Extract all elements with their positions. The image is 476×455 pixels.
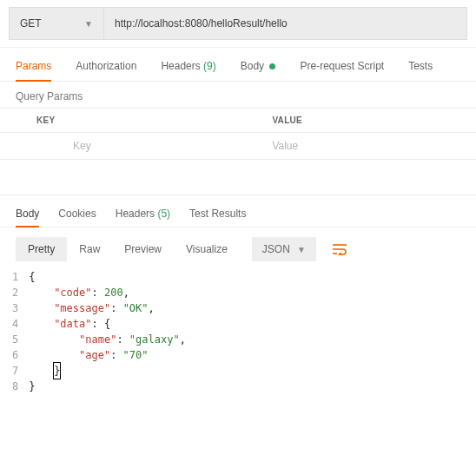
tab-params[interactable]: Params [16, 60, 51, 81]
tab-tests[interactable]: Tests [408, 60, 433, 81]
resp-headers-label: Headers [116, 208, 155, 220]
content-type-select[interactable]: JSON ▼ [252, 237, 316, 261]
code-line: "name": "galaxy", [29, 332, 186, 347]
resp-tab-cookies[interactable]: Cookies [58, 208, 96, 227]
table-row [0, 133, 476, 160]
code-lines: { "code": 200, "message": "OK", "data": … [29, 269, 186, 394]
code-line: "code": 200, [29, 285, 186, 300]
line-number: 2 [12, 285, 18, 300]
key-header: KEY [0, 109, 261, 132]
code-line: } [29, 379, 186, 394]
table-header: KEY VALUE [0, 109, 476, 133]
request-tabs: Params Authorization Headers (9) Body Pr… [0, 48, 476, 82]
resp-tab-testresults[interactable]: Test Results [189, 208, 246, 227]
line-number: 1 [12, 269, 18, 285]
resp-tab-body[interactable]: Body [16, 208, 39, 227]
line-number: 3 [12, 300, 18, 316]
body-dirty-dot-icon [269, 63, 275, 69]
tab-authorization[interactable]: Authorization [76, 60, 136, 81]
chevron-down-icon: ▼ [84, 19, 93, 29]
mode-pretty[interactable]: Pretty [16, 237, 67, 261]
wrap-icon [332, 243, 347, 255]
tab-prerequest[interactable]: Pre-request Script [300, 60, 384, 81]
line-number: 6 [12, 347, 18, 363]
mode-visualize[interactable]: Visualize [174, 237, 240, 261]
resp-headers-count: (5) [157, 208, 170, 220]
line-number: 8 [12, 379, 18, 394]
line-number: 4 [12, 316, 18, 332]
tab-headers[interactable]: Headers (9) [161, 60, 215, 81]
query-params-heading: Query Params [0, 82, 476, 108]
http-method-value: GET [20, 17, 42, 30]
key-input[interactable] [36, 133, 261, 159]
view-mode-segment: Pretty Raw Preview Visualize [16, 237, 240, 261]
response-viewbar: Pretty Raw Preview Visualize JSON ▼ [0, 228, 476, 269]
value-header: VALUE [261, 109, 476, 132]
tab-headers-label: Headers [161, 60, 200, 72]
tab-body-label: Body [241, 60, 264, 72]
mode-raw[interactable]: Raw [67, 237, 112, 261]
code-line: } [29, 363, 186, 379]
code-line: "message": "OK", [29, 300, 186, 316]
cursor-icon: } [54, 363, 60, 379]
tab-body[interactable]: Body [241, 60, 276, 81]
line-number: 5 [12, 332, 18, 347]
line-number: 7 [12, 363, 18, 379]
query-params-table: KEY VALUE [0, 108, 476, 160]
headers-count: (9) [203, 60, 216, 72]
value-input[interactable] [261, 133, 476, 159]
response-tabs: Body Cookies Headers (5) Test Results [0, 195, 476, 228]
content-type-value: JSON [262, 243, 290, 255]
code-line: "data": { [29, 316, 186, 332]
line-gutter: 1 2 3 4 5 6 7 8 [12, 269, 29, 394]
url-input[interactable] [104, 7, 467, 40]
resp-tab-headers[interactable]: Headers (5) [116, 208, 170, 227]
code-line: { [29, 269, 186, 285]
code-line: "age": "70" [29, 347, 186, 363]
mode-preview[interactable]: Preview [112, 237, 174, 261]
wrap-lines-button[interactable] [327, 236, 353, 262]
chevron-down-icon: ▼ [297, 245, 306, 254]
response-body[interactable]: 1 2 3 4 5 6 7 8 { "code": 200, "message"… [0, 269, 476, 408]
request-bar: GET ▼ [0, 0, 476, 48]
http-method-select[interactable]: GET ▼ [9, 7, 104, 40]
